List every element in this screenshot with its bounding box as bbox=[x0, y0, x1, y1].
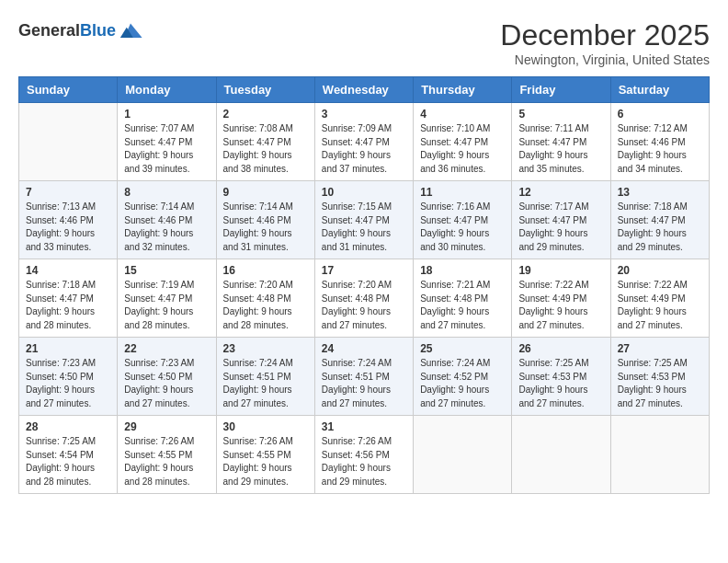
day-info: Sunrise: 7:25 AMSunset: 4:54 PMDaylight:… bbox=[26, 435, 110, 488]
day-number: 29 bbox=[124, 420, 209, 433]
header-cell-tuesday: Tuesday bbox=[216, 77, 314, 103]
day-number: 10 bbox=[322, 186, 406, 199]
week-row-2: 7Sunrise: 7:13 AMSunset: 4:46 PMDaylight… bbox=[19, 181, 710, 259]
day-number: 23 bbox=[223, 342, 308, 355]
day-number: 11 bbox=[420, 186, 505, 199]
day-cell: 15Sunrise: 7:19 AMSunset: 4:47 PMDayligh… bbox=[118, 259, 216, 338]
day-cell: 30Sunrise: 7:26 AMSunset: 4:55 PMDayligh… bbox=[216, 416, 314, 494]
day-number: 1 bbox=[124, 108, 209, 121]
day-cell: 11Sunrise: 7:16 AMSunset: 4:47 PMDayligh… bbox=[414, 181, 512, 259]
day-number: 16 bbox=[223, 264, 308, 277]
day-info: Sunrise: 7:22 AMSunset: 4:49 PMDaylight:… bbox=[518, 279, 603, 332]
day-info: Sunrise: 7:26 AMSunset: 4:55 PMDaylight:… bbox=[124, 435, 209, 488]
header-cell-saturday: Saturday bbox=[610, 77, 709, 103]
day-cell: 10Sunrise: 7:15 AMSunset: 4:47 PMDayligh… bbox=[314, 181, 413, 259]
day-info: Sunrise: 7:16 AMSunset: 4:47 PMDaylight:… bbox=[420, 201, 505, 254]
day-number: 25 bbox=[420, 342, 505, 355]
day-number: 22 bbox=[124, 342, 209, 355]
day-cell: 17Sunrise: 7:20 AMSunset: 4:48 PMDayligh… bbox=[314, 259, 413, 338]
day-number: 3 bbox=[322, 108, 406, 121]
header: GeneralBlue December 2025 Newington, Vir… bbox=[18, 18, 710, 67]
day-cell: 3Sunrise: 7:09 AMSunset: 4:47 PMDaylight… bbox=[314, 103, 413, 181]
header-cell-wednesday: Wednesday bbox=[314, 77, 413, 103]
day-info: Sunrise: 7:24 AMSunset: 4:51 PMDaylight:… bbox=[223, 357, 308, 410]
day-number: 15 bbox=[124, 264, 209, 277]
day-info: Sunrise: 7:21 AMSunset: 4:48 PMDaylight:… bbox=[420, 279, 505, 332]
day-cell: 19Sunrise: 7:22 AMSunset: 4:49 PMDayligh… bbox=[512, 259, 610, 338]
day-cell: 2Sunrise: 7:08 AMSunset: 4:47 PMDaylight… bbox=[216, 103, 314, 181]
week-row-5: 28Sunrise: 7:25 AMSunset: 4:54 PMDayligh… bbox=[19, 416, 710, 494]
logo: GeneralBlue bbox=[18, 18, 143, 44]
day-cell: 25Sunrise: 7:24 AMSunset: 4:52 PMDayligh… bbox=[414, 338, 512, 416]
day-info: Sunrise: 7:20 AMSunset: 4:48 PMDaylight:… bbox=[223, 279, 308, 332]
logo-blue-text: Blue bbox=[80, 21, 116, 40]
day-number: 27 bbox=[618, 342, 702, 355]
day-cell: 14Sunrise: 7:18 AMSunset: 4:47 PMDayligh… bbox=[19, 259, 118, 338]
day-info: Sunrise: 7:17 AMSunset: 4:47 PMDaylight:… bbox=[518, 201, 603, 254]
day-info: Sunrise: 7:15 AMSunset: 4:47 PMDaylight:… bbox=[322, 201, 406, 254]
day-cell: 20Sunrise: 7:22 AMSunset: 4:49 PMDayligh… bbox=[610, 259, 709, 338]
day-info: Sunrise: 7:12 AMSunset: 4:46 PMDaylight:… bbox=[618, 122, 702, 176]
day-info: Sunrise: 7:13 AMSunset: 4:46 PMDaylight:… bbox=[26, 201, 110, 254]
day-number: 9 bbox=[223, 186, 308, 199]
header-cell-friday: Friday bbox=[512, 77, 610, 103]
day-number: 12 bbox=[518, 186, 603, 199]
day-number: 14 bbox=[26, 264, 110, 277]
day-info: Sunrise: 7:22 AMSunset: 4:49 PMDaylight:… bbox=[618, 279, 702, 332]
day-info: Sunrise: 7:11 AMSunset: 4:47 PMDaylight:… bbox=[518, 122, 603, 176]
day-number: 28 bbox=[26, 420, 110, 433]
day-number: 6 bbox=[618, 108, 702, 121]
calendar-body: 1Sunrise: 7:07 AMSunset: 4:47 PMDaylight… bbox=[19, 103, 710, 494]
day-number: 8 bbox=[124, 186, 209, 199]
day-cell: 29Sunrise: 7:26 AMSunset: 4:55 PMDayligh… bbox=[118, 416, 216, 494]
title-area: December 2025 Newington, Virginia, Unite… bbox=[500, 18, 710, 67]
day-cell: 28Sunrise: 7:25 AMSunset: 4:54 PMDayligh… bbox=[19, 416, 118, 494]
day-number: 19 bbox=[518, 264, 603, 277]
day-cell: 27Sunrise: 7:25 AMSunset: 4:53 PMDayligh… bbox=[610, 338, 709, 416]
day-cell bbox=[414, 416, 512, 494]
day-number: 26 bbox=[518, 342, 603, 355]
header-row: SundayMondayTuesdayWednesdayThursdayFrid… bbox=[19, 77, 710, 103]
day-cell: 23Sunrise: 7:24 AMSunset: 4:51 PMDayligh… bbox=[216, 338, 314, 416]
day-cell: 4Sunrise: 7:10 AMSunset: 4:47 PMDaylight… bbox=[414, 103, 512, 181]
day-info: Sunrise: 7:26 AMSunset: 4:55 PMDaylight:… bbox=[223, 435, 308, 488]
day-cell: 8Sunrise: 7:14 AMSunset: 4:46 PMDaylight… bbox=[118, 181, 216, 259]
day-number: 21 bbox=[26, 342, 110, 355]
day-cell: 5Sunrise: 7:11 AMSunset: 4:47 PMDaylight… bbox=[512, 103, 610, 181]
day-info: Sunrise: 7:23 AMSunset: 4:50 PMDaylight:… bbox=[124, 357, 209, 410]
day-number: 17 bbox=[322, 264, 406, 277]
header-cell-sunday: Sunday bbox=[19, 77, 118, 103]
day-cell: 31Sunrise: 7:26 AMSunset: 4:56 PMDayligh… bbox=[314, 416, 413, 494]
day-info: Sunrise: 7:14 AMSunset: 4:46 PMDaylight:… bbox=[124, 201, 209, 254]
day-number: 31 bbox=[322, 420, 406, 433]
header-cell-monday: Monday bbox=[118, 77, 216, 103]
day-info: Sunrise: 7:25 AMSunset: 4:53 PMDaylight:… bbox=[618, 357, 702, 410]
day-info: Sunrise: 7:14 AMSunset: 4:46 PMDaylight:… bbox=[223, 201, 308, 254]
logo-general-text: General bbox=[18, 21, 80, 40]
day-info: Sunrise: 7:19 AMSunset: 4:47 PMDaylight:… bbox=[124, 279, 209, 332]
calendar-header: SundayMondayTuesdayWednesdayThursdayFrid… bbox=[19, 77, 710, 103]
day-cell: 18Sunrise: 7:21 AMSunset: 4:48 PMDayligh… bbox=[414, 259, 512, 338]
day-number: 18 bbox=[420, 264, 505, 277]
day-info: Sunrise: 7:07 AMSunset: 4:47 PMDaylight:… bbox=[124, 122, 209, 176]
month-title: December 2025 bbox=[500, 18, 710, 52]
day-number: 2 bbox=[223, 108, 308, 121]
day-cell bbox=[19, 103, 118, 181]
day-cell: 26Sunrise: 7:25 AMSunset: 4:53 PMDayligh… bbox=[512, 338, 610, 416]
day-cell: 1Sunrise: 7:07 AMSunset: 4:47 PMDaylight… bbox=[118, 103, 216, 181]
day-cell bbox=[610, 416, 709, 494]
day-number: 4 bbox=[420, 108, 505, 121]
week-row-4: 21Sunrise: 7:23 AMSunset: 4:50 PMDayligh… bbox=[19, 338, 710, 416]
day-info: Sunrise: 7:10 AMSunset: 4:47 PMDaylight:… bbox=[420, 122, 505, 176]
day-info: Sunrise: 7:26 AMSunset: 4:56 PMDaylight:… bbox=[322, 435, 406, 488]
day-number: 30 bbox=[223, 420, 308, 433]
day-cell: 24Sunrise: 7:24 AMSunset: 4:51 PMDayligh… bbox=[314, 338, 413, 416]
day-info: Sunrise: 7:25 AMSunset: 4:53 PMDaylight:… bbox=[518, 357, 603, 410]
day-cell bbox=[512, 416, 610, 494]
day-info: Sunrise: 7:09 AMSunset: 4:47 PMDaylight:… bbox=[322, 122, 406, 176]
day-info: Sunrise: 7:23 AMSunset: 4:50 PMDaylight:… bbox=[26, 357, 110, 410]
calendar-table: SundayMondayTuesdayWednesdayThursdayFrid… bbox=[18, 76, 710, 494]
day-cell: 16Sunrise: 7:20 AMSunset: 4:48 PMDayligh… bbox=[216, 259, 314, 338]
header-cell-thursday: Thursday bbox=[414, 77, 512, 103]
day-cell: 9Sunrise: 7:14 AMSunset: 4:46 PMDaylight… bbox=[216, 181, 314, 259]
